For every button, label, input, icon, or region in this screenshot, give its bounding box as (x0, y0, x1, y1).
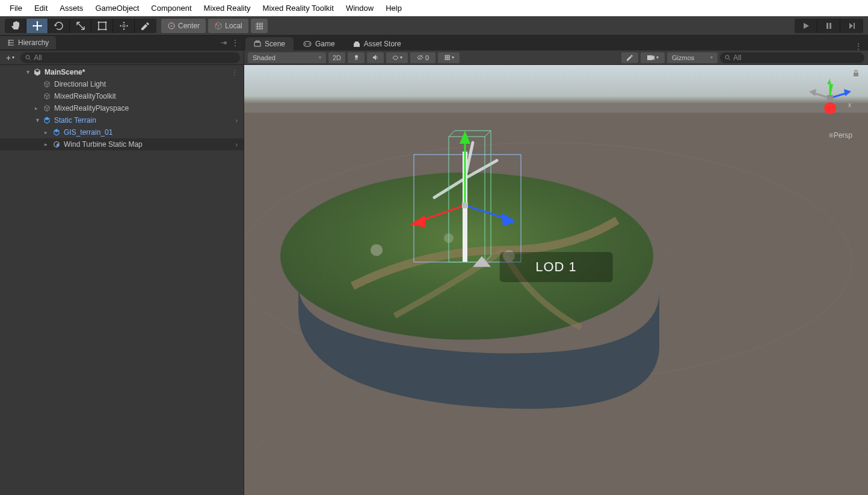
tab-game[interactable]: Game (295, 37, 343, 51)
scene-root[interactable]: ▼ MainScene* ⋮ (0, 66, 244, 78)
hierarchy-search[interactable]: All (20, 52, 240, 63)
menu-help[interactable]: Help (380, 1, 408, 15)
svg-marker-37 (809, 89, 816, 96)
svg-point-12 (309, 43, 310, 45)
menu-gameobject[interactable]: GameObject (89, 1, 145, 15)
pivot-local-toggle[interactable]: Local (208, 19, 248, 33)
svg-point-7 (171, 25, 173, 26)
step-button[interactable] (840, 19, 863, 33)
game-icon (303, 41, 312, 47)
scale-tool[interactable] (70, 19, 91, 33)
hidden-objects[interactable]: 0 (410, 52, 436, 63)
scene-toolbar: Shaded▾ 2D ▾ 0 ▾ ▾ Gizmos▾ All (244, 51, 868, 65)
gizmos-dropdown[interactable]: Gizmos▾ (667, 52, 718, 63)
svg-point-2 (105, 21, 106, 23)
play-controls (795, 19, 863, 33)
svg-point-8 (216, 23, 218, 25)
lod-label: LOD 1 (499, 252, 613, 282)
svg-rect-10 (304, 42, 311, 46)
transform-tool[interactable] (113, 19, 135, 33)
hierarchy-tabbar: Hierarchy ⇥ ⋮ (0, 35, 244, 51)
menu-bar: File Edit Assets GameObject Component Mi… (0, 0, 868, 16)
gameobject-icon (42, 91, 52, 101)
svg-rect-30 (462, 202, 468, 208)
prefab-variant-icon (52, 140, 61, 149)
menu-mixed-reality-toolkit[interactable]: Mixed Reality Toolkit (257, 1, 340, 15)
svg-point-13 (355, 55, 358, 58)
svg-point-9 (26, 55, 29, 59)
axis-x-label: x (848, 102, 851, 108)
hierarchy-tree: ▼ MainScene* ⋮ Directional Light MixedRe… (0, 65, 244, 495)
svg-point-5 (123, 25, 125, 27)
panel-menu-icon[interactable]: ⋮ (855, 42, 862, 51)
tree-item-gis-terrain[interactable]: ▸ GIS_terrain_01 (0, 126, 244, 138)
svg-point-1 (97, 21, 99, 23)
lighting-toggle[interactable] (348, 52, 365, 63)
svg-point-38 (824, 102, 836, 114)
menu-component[interactable]: Component (145, 1, 197, 15)
perspective-label[interactable]: ≡Persp (829, 131, 852, 140)
lock-icon[interactable] (852, 70, 860, 77)
custom-tool[interactable] (135, 19, 156, 33)
rotate-tool[interactable] (48, 19, 70, 33)
effects-dropdown[interactable]: ▾ (386, 52, 408, 63)
search-icon (725, 55, 731, 61)
svg-point-4 (105, 28, 106, 30)
tree-item-static-terrain[interactable]: ▼ Static Terrain › (0, 114, 244, 126)
svg-point-11 (305, 43, 306, 45)
tree-item-playspace[interactable]: ▸ MixedRealityPlayspace (0, 102, 244, 114)
panel-menu-icon[interactable]: ⋮ (232, 38, 239, 47)
rect-tool[interactable] (91, 19, 113, 33)
menu-assets[interactable]: Assets (54, 1, 89, 15)
shading-mode-dropdown[interactable]: Shaded▾ (248, 52, 326, 63)
chevron-right-icon[interactable]: › (236, 117, 238, 124)
audio-toggle[interactable] (367, 52, 384, 63)
axis-gizmo[interactable]: x (803, 71, 857, 137)
svg-rect-39 (827, 95, 833, 101)
prefab-icon (42, 115, 52, 125)
asset-store-icon (353, 40, 360, 48)
camera-dropdown[interactable]: ▾ (641, 52, 665, 63)
menu-file[interactable]: File (4, 1, 28, 15)
svg-rect-0 (99, 22, 106, 29)
svg-rect-40 (854, 73, 858, 76)
tab-scene[interactable]: Scene (245, 37, 294, 51)
prefab-icon (52, 128, 61, 137)
row-menu-icon[interactable]: ⋮ (232, 69, 238, 76)
pivot-center-toggle[interactable]: Center (161, 19, 206, 33)
grid-snap-toggle[interactable] (251, 19, 268, 33)
scene-panel: Scene Game Asset Store ⋮ Shaded▾ 2D ▾ 0 … (244, 35, 868, 495)
transform-tools (5, 19, 156, 33)
pause-button[interactable] (817, 19, 840, 33)
main-toolbar: Center Local (0, 16, 868, 35)
scene-tabs: Scene Game Asset Store ⋮ (244, 35, 868, 51)
2d-toggle[interactable]: 2D (328, 52, 345, 63)
gameobject-icon (42, 79, 52, 89)
tree-item-mrtk[interactable]: MixedRealityToolkit (0, 90, 244, 102)
move-tool[interactable] (26, 19, 48, 33)
gameobject-icon (42, 103, 52, 113)
scene-tools-icon[interactable] (621, 52, 638, 63)
tree-item-wind-turbine[interactable]: ▸ Wind Turbine Static Map › (0, 138, 244, 150)
scene-search[interactable]: All (720, 52, 864, 63)
menu-window[interactable]: Window (340, 1, 380, 15)
tab-asset-store[interactable]: Asset Store (345, 37, 410, 51)
panel-lock-icon[interactable]: ⇥ (221, 38, 227, 47)
hierarchy-icon (7, 39, 14, 46)
tree-item-directional-light[interactable]: Directional Light (0, 78, 244, 90)
chevron-right-icon[interactable]: › (236, 141, 238, 148)
play-button[interactable] (795, 19, 817, 33)
create-dropdown[interactable]: +▾ (4, 53, 17, 63)
scene-viewport[interactable]: LOD 1 x ≡Persp (244, 65, 868, 495)
menu-mixed-reality[interactable]: Mixed Reality (198, 1, 257, 15)
svg-point-3 (97, 28, 99, 30)
svg-point-20 (371, 244, 383, 256)
svg-rect-14 (647, 55, 653, 60)
hierarchy-tab[interactable]: Hierarchy (0, 36, 56, 49)
svg-point-15 (725, 55, 729, 59)
hand-tool[interactable] (5, 19, 26, 33)
scene-icon (254, 40, 261, 48)
menu-edit[interactable]: Edit (28, 1, 54, 15)
unity-icon (32, 67, 42, 77)
grid-dropdown[interactable]: ▾ (438, 52, 460, 63)
